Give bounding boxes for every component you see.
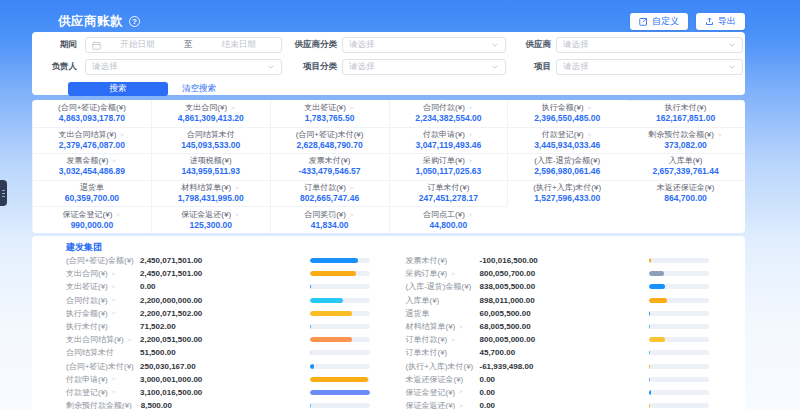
metric-row: 入库单(¥)＞ 898,011,000.00	[406, 294, 746, 307]
select-placeholder: 请选择	[349, 61, 491, 73]
stat-cell[interactable]: 保证金登记(¥)＞ 990,000.00	[32, 206, 151, 233]
stat-label: 合同点工(¥)＞	[423, 210, 474, 220]
stat-value: 1,783,765.50	[305, 113, 355, 124]
stat-value: 2,657,339,761.44	[652, 166, 718, 177]
stat-value: 2,628,648,790.70	[296, 140, 362, 151]
metric-value: 2,450,071,501.00	[140, 256, 310, 265]
metric-row: 订单未付(¥)＞ 45,700.00	[406, 346, 746, 359]
stat-cell[interactable]: 合同奖罚(¥)＞ 41,834.00	[270, 206, 389, 233]
metric-row[interactable]: 支出合同结算(¥)＞ 2,200,051,500.00	[66, 333, 406, 346]
stat-value: 41,834.00	[311, 220, 349, 231]
chevron-right-icon: ＞	[348, 183, 355, 193]
stat-cell[interactable]: 发票金额(¥)＞ 3,032,454,486.89	[32, 153, 151, 180]
metric-row: 退货单＞ 60,005,500.00	[406, 307, 746, 320]
export-button[interactable]: 导出	[696, 13, 745, 30]
bar-track	[310, 271, 370, 276]
bar-fill	[310, 377, 369, 382]
range-separator: 至	[184, 39, 193, 51]
stat-cell[interactable]: 付款申请(¥)＞ 3,047,119,493.46	[389, 127, 508, 154]
stat-value: 247,451,278.17	[419, 193, 478, 204]
metric-row[interactable]: 采购订单(¥)＞ 800,050,700.00	[406, 267, 746, 280]
stat-cell[interactable]: 合同点工(¥)＞ 44,800.00	[389, 206, 508, 233]
stat-value: 44,800.00	[430, 220, 468, 231]
supplier-select[interactable]: 请选择	[556, 37, 743, 53]
customize-button[interactable]: 自定义	[630, 13, 688, 30]
metric-row[interactable]: 保证金返还(¥)＞ 0.00	[406, 399, 746, 409]
supplier-category-select[interactable]: 请选择	[342, 37, 506, 53]
select-placeholder: 请选择	[563, 61, 728, 73]
metric-row[interactable]: 执行金额(¥)＞ 2,200,071,502.00	[66, 307, 406, 320]
bar-fill	[310, 258, 358, 263]
stat-cell[interactable]: 采购订单(¥)＞ 1,050,117,025.63	[389, 153, 508, 180]
stat-label: 合同奖罚(¥)＞	[304, 210, 355, 220]
metric-row[interactable]: 材料结算单(¥)＞ 68,005,500.00	[406, 320, 746, 333]
metric-row[interactable]: 剩余预付款金额(¥)＞ 8,500.00	[66, 399, 406, 409]
stat-cell: 入库单(¥)＞ 2,657,339,761.44	[626, 153, 745, 180]
stat-cell[interactable]: 保证金返还(¥)＞ 125,300.00	[151, 206, 270, 233]
metric-value: 71,502.00	[140, 322, 310, 331]
stat-cell[interactable]: 支出合同结算(¥)＞ 2,379,476,087.00	[32, 127, 151, 154]
owner-select[interactable]: 请选择	[85, 59, 282, 75]
chevron-right-icon: ＞	[110, 308, 117, 318]
metric-row: (合同+签证)未付(¥)＞ 250,030,167.00	[66, 360, 406, 373]
stat-value: 990,000.00	[71, 220, 114, 231]
project-category-select[interactable]: 请选择	[342, 59, 506, 75]
metric-row: 未返还保证金(¥)＞ 0.00	[406, 373, 746, 386]
stat-cell[interactable]: 合同付款(¥)＞ 2,234,382,554.00	[389, 100, 508, 127]
metric-value: -100,016,500.00	[480, 256, 650, 265]
help-icon[interactable]: ?	[129, 16, 140, 27]
metric-row[interactable]: 支出合同(¥)＞ 2,450,071,501.00	[66, 267, 406, 280]
clear-search-link[interactable]: 清空搜索	[182, 83, 216, 95]
chevron-right-icon: ＞	[348, 210, 355, 220]
search-button[interactable]: 搜索	[68, 82, 168, 96]
stat-cell[interactable]: 支出合同(¥)＞ 4,861,309,413.20	[151, 100, 270, 127]
stat-cell[interactable]: 付款登记(¥)＞ 3,445,934,033.46	[507, 127, 626, 154]
select-placeholder: 请选择	[92, 61, 267, 73]
chevron-right-icon: ＞	[586, 130, 593, 140]
stat-value: 1,050,117,025.63	[416, 166, 482, 177]
metric-row[interactable]: 支出签证(¥)＞ 0.00	[66, 280, 406, 293]
chevron-right-icon: ＞	[716, 130, 723, 140]
chevron-right-icon: ＞	[457, 387, 464, 397]
stat-cell[interactable]: 支出签证(¥)＞ 1,783,765.50	[270, 100, 389, 127]
date-range-input[interactable]: 开始日期 至 结束日期	[85, 37, 282, 53]
metric-label: (执行+入库)未付(¥)＞	[406, 361, 480, 372]
main-content: 供应商账款 ? 自定义 导出 期间 开始日期	[32, 0, 745, 409]
stat-value: 864,700.00	[664, 193, 707, 204]
breakdown-right-column: 发票未付(¥)＞ -100,016,500.00 采购订单(¥)＞ 800,05…	[406, 254, 746, 409]
collapsed-sidebar-handle[interactable]	[0, 180, 7, 206]
stat-cell[interactable]: 材料结算单(¥)＞ 1,798,431,995.00	[151, 180, 270, 207]
project-select[interactable]: 请选择	[556, 59, 743, 75]
metric-row[interactable]: 付款申请(¥)＞ 3,000,001,000.00	[66, 373, 406, 386]
chevron-right-icon: ＞	[110, 156, 117, 166]
metric-label: 订单付款(¥)＞	[406, 334, 480, 345]
stat-label: 付款登记(¥)＞	[542, 130, 593, 140]
bar-track	[310, 298, 370, 303]
metric-row[interactable]: 合同付款(¥)＞ 2,200,000,000.00	[66, 294, 406, 307]
stat-label: 采购订单(¥)＞	[423, 156, 474, 166]
metric-label: 入库单(¥)＞	[406, 295, 480, 306]
stat-label: 发票金额(¥)＞	[67, 156, 118, 166]
bar-track	[310, 390, 370, 395]
company-name-link[interactable]: 建发集团	[66, 240, 745, 254]
stat-cell[interactable]: 剩余预付款金额(¥)＞ 373,082.00	[626, 127, 745, 154]
bar-track	[310, 350, 370, 355]
breakdown-left-column: (合同+签证)金额(¥)＞ 2,450,071,501.00 支出合同(¥)＞ …	[66, 254, 406, 409]
metric-row[interactable]: 保证金登记(¥)＞ 0.00	[406, 386, 746, 399]
metric-row[interactable]: 订单付款(¥)＞ 800,005,000.00	[406, 333, 746, 346]
metric-label: 保证金返还(¥)＞	[406, 400, 480, 409]
stat-cell[interactable]: 执行金额(¥)＞ 2,396,550,485.00	[507, 100, 626, 127]
filter-panel: 期间 开始日期 至 结束日期 供应商分类 请选择 供应商 请选择 负责人	[32, 32, 745, 95]
stat-label: 订单付款(¥)＞	[304, 183, 355, 193]
chevron-right-icon: ＞	[134, 401, 141, 409]
stat-value: 2,379,476,087.00	[59, 140, 125, 151]
chevron-down-icon	[267, 63, 275, 71]
stat-cell[interactable]: 订单付款(¥)＞ 802,665,747.46	[270, 180, 389, 207]
chevron-down-icon	[491, 63, 499, 71]
metric-row[interactable]: 付款登记(¥)＞ 3,100,016,500.00	[66, 386, 406, 399]
bar-track	[649, 284, 709, 289]
bar-fill	[649, 377, 650, 382]
stat-value: 2,596,980,061.46	[534, 166, 600, 177]
metric-label: 材料结算单(¥)＞	[406, 321, 480, 332]
stat-label: 剩余预付款金额(¥)＞	[648, 130, 723, 140]
